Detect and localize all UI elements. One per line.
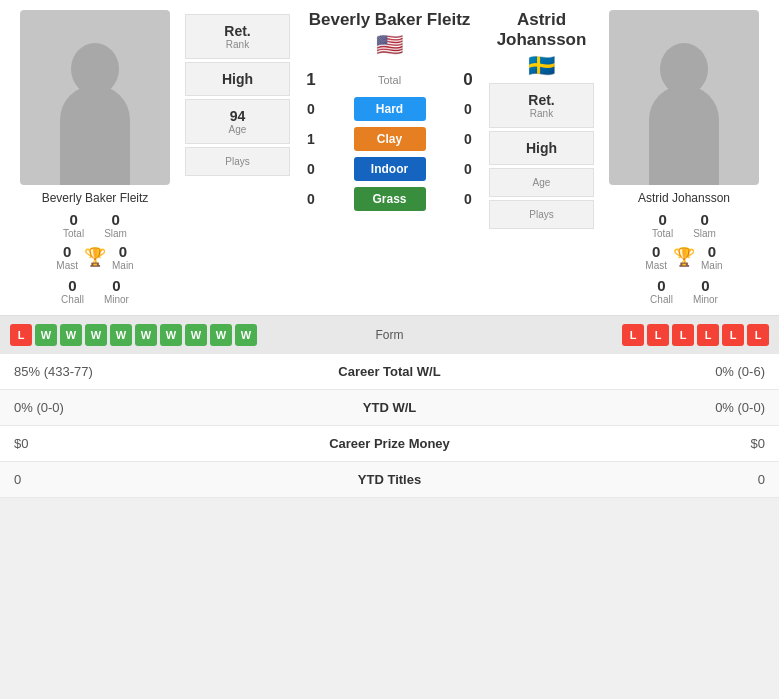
right-form-badge-5: L [747,324,769,346]
right-age-lbl: Age [496,177,587,188]
right-info-boxes: Ret. Rank High Age Plays [489,83,594,229]
stat-label-2: Career Prize Money [273,426,507,462]
players-wrapper: Beverly Baker Fleitz 0 Total 0 Slam 0 Ma… [0,0,779,315]
left-main-lbl: Main [112,260,134,271]
right-name-flag: Astrid Johansson 🇸🇪 [489,10,594,79]
left-mast-val: 0 [56,243,78,260]
stat-right-0: 0% (0-6) [506,354,779,390]
left-plays-box: Plays [185,147,290,176]
right-chall-stat: 0 Chall [650,277,673,305]
right-form-badge-4: L [722,324,744,346]
center-panel: Ret. Rank High 94 Age Plays [185,10,594,305]
score-center-col: Beverly Baker Fleitz 🇺🇸 1 Total 0 0 Hard… [290,10,489,214]
clay-left-score: 1 [302,131,320,147]
indoor-right-score: 0 [459,161,477,177]
stats-row-1: 0% (0-0) YTD W/L 0% (0-0) [0,390,779,426]
right-form-badges: LLLLLL [440,324,770,346]
left-form-badge-7: W [185,324,207,346]
left-total-stat: 0 Total [63,211,84,239]
stat-left-3: 0 [0,462,273,498]
names-row: Ret. Rank High 94 Age Plays [185,10,594,229]
right-total-stat: 0 Total [652,211,673,239]
left-chall-lbl: Chall [61,294,84,305]
left-form-badge-3: W [85,324,107,346]
left-mast-lbl: Mast [56,260,78,271]
left-trophy-icon: 🏆 [84,246,106,268]
right-total-lbl: Total [652,228,673,239]
left-plays-lbl: Plays [192,156,283,167]
stat-left-2: $0 [0,426,273,462]
left-player-name: Beverly Baker Fleitz [42,191,149,205]
left-rank-lbl: Rank [192,39,283,50]
left-info-boxes: Ret. Rank High 94 Age Plays [185,14,290,176]
stat-right-1: 0% (0-0) [506,390,779,426]
right-name-heading: Astrid Johansson [489,10,594,51]
stat-left-1: 0% (0-0) [0,390,273,426]
left-rank-val: Ret. [192,23,283,39]
right-rank-box: Ret. Rank [489,83,594,128]
right-mast-stat: 0 Mast [645,243,667,271]
left-chall-stat: 0 Chall [61,277,84,305]
left-age-box: 94 Age [185,99,290,144]
right-form-badge-3: L [697,324,719,346]
form-section: LWWWWWWWWW Form LLLLLL [0,315,779,354]
right-sil-body [649,85,719,185]
stats-row-3: 0 YTD Titles 0 [0,462,779,498]
right-form-badge-2: L [672,324,694,346]
stats-row-2: $0 Career Prize Money $0 [0,426,779,462]
grass-row: 0 Grass 0 [294,184,485,214]
right-player-column: Astrid Johansson 0 Total 0 Slam 0 Mast 🏆 [599,10,769,305]
form-label: Form [340,328,440,342]
indoor-left-score: 0 [302,161,320,177]
stat-left-0: 85% (433-77) [0,354,273,390]
left-name-flag: Beverly Baker Fleitz 🇺🇸 [294,10,485,58]
left-slam-lbl: Slam [104,228,127,239]
left-chall-val: 0 [61,277,84,294]
left-form-badge-0: L [10,324,32,346]
left-rank-box: Ret. Rank [185,14,290,59]
indoor-badge: Indoor [354,157,426,181]
left-stat-row-1: 0 Total 0 Slam [63,211,127,239]
right-flag: 🇸🇪 [489,53,594,79]
left-minor-val: 0 [104,277,129,294]
right-rank-lbl: Rank [496,108,587,119]
clay-right-score: 0 [459,131,477,147]
total-left-score: 1 [302,70,320,90]
stat-label-3: YTD Titles [273,462,507,498]
left-info-box-panel: Ret. Rank High 94 Age Plays [185,10,290,176]
right-minor-val: 0 [693,277,718,294]
left-form-badges: LWWWWWWWWW [10,324,340,346]
main-container: Beverly Baker Fleitz 0 Total 0 Slam 0 Ma… [0,0,779,498]
left-player-avatar [20,10,170,185]
left-main-stat: 0 Main [112,243,134,271]
left-high-box: High [185,62,290,96]
left-flag: 🇺🇸 [294,32,485,58]
left-form-badge-9: W [235,324,257,346]
right-minor-stat: 0 Minor [693,277,718,305]
left-form-badge-6: W [160,324,182,346]
hard-right-score: 0 [459,101,477,117]
right-total-val: 0 [652,211,673,228]
left-stat-row-2: 0 Mast 🏆 0 Main [56,243,133,271]
right-main-lbl: Main [701,260,723,271]
left-total-val: 0 [63,211,84,228]
hard-left-score: 0 [302,101,320,117]
right-stat-row-1: 0 Total 0 Slam [652,211,716,239]
right-mast-lbl: Mast [645,260,667,271]
right-main-stat: 0 Main [701,243,723,271]
right-main-val: 0 [701,243,723,260]
stats-row-0: 85% (433-77) Career Total W/L 0% (0-6) [0,354,779,390]
total-right-score: 0 [459,70,477,90]
right-rank-val: Ret. [496,92,587,108]
left-total-lbl: Total [63,228,84,239]
left-age-val: 94 [192,108,283,124]
right-stat-row-2: 0 Mast 🏆 0 Main [645,243,722,271]
right-slam-val: 0 [693,211,716,228]
clay-badge: Clay [354,127,426,151]
clay-row: 1 Clay 0 [294,124,485,154]
right-chall-lbl: Chall [650,294,673,305]
left-minor-stat: 0 Minor [104,277,129,305]
left-form-badge-2: W [60,324,82,346]
left-high-val: High [192,71,283,87]
right-player-avatar [609,10,759,185]
